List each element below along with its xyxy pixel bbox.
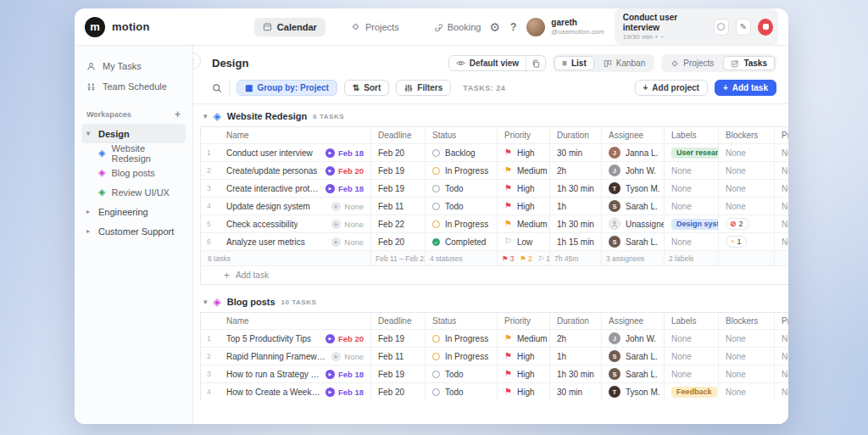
caret-down-icon[interactable]: ▾ xyxy=(203,112,208,120)
sidebar-item-my-tasks[interactable]: My Tasks xyxy=(81,56,186,76)
status-cell[interactable]: In Progress xyxy=(425,329,497,347)
tab-booking[interactable]: Booking xyxy=(425,18,490,36)
task-name[interactable]: Rapid Planning Frameworks xyxy=(226,352,326,361)
schedule-chip[interactable]: ▶ Feb 20 xyxy=(326,166,364,176)
labels-cell[interactable]: None xyxy=(664,329,718,347)
deadline-cell[interactable]: Feb 22 xyxy=(370,215,425,232)
column-header[interactable]: Priority xyxy=(497,127,549,143)
task-name[interactable]: Update design system xyxy=(226,202,310,211)
workspace-engineering[interactable]: ▸ Engineering xyxy=(81,202,186,221)
status-cell[interactable]: Todo xyxy=(425,382,497,400)
add-task-row[interactable]: + Add task xyxy=(201,265,788,284)
task-row[interactable]: 3 Create interactive prototypes ▶ Feb 18… xyxy=(201,179,788,197)
progress-cell[interactable]: None xyxy=(774,347,788,365)
schedule-chip[interactable]: ▶ Feb 18 xyxy=(326,184,364,193)
task-row[interactable]: 4 How to Create a Weekly Plan ▶ Feb 18 F… xyxy=(201,382,788,400)
labels-cell[interactable]: None xyxy=(664,179,718,197)
priority-cell[interactable]: ⚑ Medium xyxy=(497,329,549,347)
column-header[interactable]: Duration xyxy=(549,313,601,329)
schedule-chip[interactable]: ▶ None xyxy=(331,202,364,211)
task-row[interactable]: 2 Create/update personas ▶ Feb 20 Feb 19… xyxy=(201,161,788,179)
column-header[interactable]: Labels xyxy=(664,127,718,143)
sidebar-project-website-redesign[interactable]: ◈ Website Redesign xyxy=(81,143,186,163)
status-cell[interactable]: In Progress xyxy=(425,215,497,232)
task-name[interactable]: Create interactive prototypes xyxy=(226,184,320,193)
duration-cell[interactable]: 2h xyxy=(549,329,601,347)
schedule-chip[interactable]: ▶ Feb 18 xyxy=(326,370,364,379)
deadline-cell[interactable]: Feb 20 xyxy=(370,143,425,161)
column-header[interactable]: Duration xyxy=(549,127,601,143)
progress-cell[interactable]: None xyxy=(774,365,788,382)
blockers-cell[interactable]: None xyxy=(718,143,774,161)
blockers-cell[interactable]: None xyxy=(718,179,774,197)
column-header[interactable]: Name xyxy=(220,127,370,143)
status-cell[interactable]: Todo xyxy=(425,179,497,197)
assignee-cell[interactable]: T Tyson M. xyxy=(601,382,664,400)
progress-cell[interactable]: None xyxy=(774,215,788,232)
task-row[interactable]: 6 Analyze user metrics ▶ None Feb 20 ✓ C… xyxy=(201,232,788,250)
task-name[interactable]: Create/update personas xyxy=(226,166,317,176)
timer-stop-button[interactable] xyxy=(758,19,773,36)
status-cell[interactable]: ✓ Completed xyxy=(425,232,497,250)
add-project-button[interactable]: + Add project xyxy=(635,80,708,96)
add-task-button[interactable]: + Add task xyxy=(715,80,776,96)
section-title[interactable]: Website Redesign xyxy=(227,111,308,121)
deadline-cell[interactable]: Feb 19 xyxy=(370,329,425,347)
assignee-cell[interactable]: J John W. xyxy=(601,161,664,179)
schedule-chip[interactable]: ▶ Feb 20 xyxy=(326,334,364,343)
priority-cell[interactable]: ⚑ High xyxy=(497,197,549,215)
assignee-cell[interactable]: T Tyson M. xyxy=(601,179,664,197)
user-menu[interactable]: gareth @usemotion.com xyxy=(526,18,604,36)
column-header[interactable]: Blockers xyxy=(718,313,774,329)
priority-cell[interactable]: ⚑ High xyxy=(497,365,549,382)
help-icon[interactable]: ? xyxy=(510,21,516,33)
task-row[interactable]: 5 Check accessibility ▶ None Feb 22 In P… xyxy=(201,215,788,232)
schedule-chip[interactable]: ▶ Feb 18 xyxy=(326,388,364,397)
column-header[interactable]: Assignee xyxy=(601,313,664,329)
group-by-button[interactable]: ▦ Group by: Project xyxy=(236,80,337,96)
progress-cell[interactable]: None xyxy=(774,232,788,250)
timer-minus-button[interactable]: − xyxy=(660,33,665,41)
column-header[interactable]: Blockers xyxy=(718,127,774,143)
duration-cell[interactable]: 1h 15 min xyxy=(549,232,601,250)
assignee-cell[interactable]: J Janna L. xyxy=(601,143,664,161)
caret-down-icon[interactable]: ▾ xyxy=(203,298,208,306)
blockers-cell[interactable]: None xyxy=(718,161,774,179)
task-row[interactable]: 3 How to run a Strategy Meeting ▶ Feb 18… xyxy=(201,365,788,382)
schedule-chip[interactable]: ▶ Feb 18 xyxy=(326,148,364,158)
column-header[interactable]: Pro xyxy=(774,313,788,329)
tab-projects[interactable]: Projects xyxy=(342,18,408,36)
status-cell[interactable]: Todo xyxy=(425,365,497,382)
duration-cell[interactable]: 1h xyxy=(549,197,601,215)
labels-cell[interactable]: None xyxy=(664,197,718,215)
assignee-cell[interactable]: S Sarah L. xyxy=(601,347,664,365)
schedule-chip[interactable]: ▶ None xyxy=(331,220,364,229)
labels-cell[interactable]: None xyxy=(664,365,718,382)
deadline-cell[interactable]: Feb 19 xyxy=(370,179,425,197)
task-row[interactable]: 1 Top 5 Productivity Tips ▶ Feb 20 Feb 1… xyxy=(201,329,788,347)
labels-cell[interactable]: None xyxy=(664,347,718,365)
column-header[interactable]: Status xyxy=(425,127,497,143)
priority-cell[interactable]: ⚑ High xyxy=(497,143,549,161)
blockers-cell[interactable]: None xyxy=(718,382,774,400)
timer-complete-button[interactable] xyxy=(714,19,729,36)
progress-cell[interactable]: None xyxy=(774,382,788,400)
scope-option-projects[interactable]: Projects xyxy=(663,56,721,70)
progress-cell[interactable]: None xyxy=(774,329,788,347)
status-cell[interactable]: In Progress xyxy=(425,161,497,179)
blockers-cell[interactable]: None xyxy=(718,365,774,382)
status-cell[interactable]: Todo xyxy=(425,197,497,215)
blockers-cell[interactable]: None xyxy=(718,197,774,215)
labels-cell[interactable]: None xyxy=(664,161,718,179)
progress-cell[interactable]: None xyxy=(774,197,788,215)
blockers-cell[interactable]: None xyxy=(718,329,774,347)
timer-plus-button[interactable]: + xyxy=(654,33,659,41)
schedule-chip[interactable]: ▶ None xyxy=(331,237,364,247)
labels-cell[interactable]: User research xyxy=(664,143,718,161)
duration-cell[interactable]: 1h xyxy=(549,347,601,365)
column-header[interactable]: Pro xyxy=(774,127,788,143)
task-name[interactable]: How to Create a Weekly Plan xyxy=(226,388,320,397)
tab-calendar[interactable]: Calendar xyxy=(254,18,326,36)
task-name[interactable]: Top 5 Productivity Tips xyxy=(226,334,311,343)
blockers-cell[interactable]: ⊘2 xyxy=(718,215,774,232)
